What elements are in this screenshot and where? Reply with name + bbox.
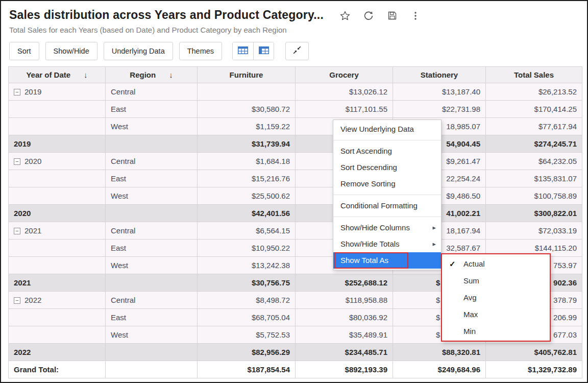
sort-arrow-icon[interactable]: ↓ (169, 70, 173, 79)
cell-stationery[interactable]: $22,731.98 (393, 101, 486, 118)
column-header-stationery[interactable]: Stationery (393, 67, 486, 83)
cell-total-sales[interactable]: $26,213.52 (486, 83, 582, 101)
submenu-item-min[interactable]: Min (442, 323, 550, 340)
menu-item-remove-sorting[interactable]: Remove Sorting (333, 176, 441, 192)
year-label: 2020 (14, 209, 31, 218)
cell-year (9, 240, 106, 257)
column-header-label: Grocery (329, 70, 359, 79)
table-row-subtotal: 2022$82,956.29$234,485.71$88,320.81$405,… (9, 344, 582, 361)
cell-furniture[interactable]: $68,705.04 (198, 309, 296, 326)
cell-total-sales[interactable]: $274,245.71 (486, 135, 582, 153)
report-window: Sales distribution across Years and Prod… (0, 0, 588, 383)
cell-furniture[interactable]: $6,564.15 (198, 222, 296, 240)
toolbar-button-sort[interactable]: Sort (9, 42, 39, 60)
cell-region: East (106, 170, 198, 187)
cell-grocery[interactable]: $892,193.39 (296, 361, 393, 378)
cell-total-sales[interactable]: $72,033.19 (486, 222, 582, 240)
column-header-region[interactable]: Region↓ (106, 67, 198, 83)
cell-year: 2021 (9, 274, 106, 292)
toolbar: SortShow/HideUnderlying DataThemes (1, 34, 587, 66)
cell-year (9, 118, 106, 135)
cell-grocery[interactable]: $117,101.55 (296, 101, 393, 118)
toolbar-button-show-hide[interactable]: Show/Hide (45, 42, 97, 60)
collapse-row-icon[interactable]: − (14, 297, 20, 304)
cell-furniture[interactable]: $13,242.38 (198, 257, 296, 274)
cell-furniture[interactable]: $25,500.62 (198, 187, 296, 205)
cell-furniture[interactable]: $42,401.56 (198, 205, 296, 222)
submenu-item-label: Min (463, 327, 476, 336)
toolbar-button-underlying-data[interactable]: Underlying Data (104, 42, 173, 60)
year-label: 2019 (24, 87, 41, 96)
cell-furniture[interactable]: $30,756.75 (198, 274, 296, 292)
cell-furniture[interactable] (198, 83, 296, 101)
cell-region (106, 135, 198, 153)
menu-item-conditional-formatting[interactable]: Conditional Formatting (333, 198, 441, 214)
cell-stationery[interactable]: $249,684.96 (393, 361, 486, 378)
table-row-data: −2019Central$13,026.12$13,187.40$26,213.… (9, 83, 582, 101)
grid-view-button[interactable] (233, 42, 253, 60)
table-row-data: −2020Central$1,684.18$9,261.47$64,232.05 (9, 153, 582, 170)
save-icon[interactable] (386, 10, 398, 22)
menu-item-show-hide-columns[interactable]: Show/Hide Columns▸ (333, 220, 441, 236)
column-header-furniture[interactable]: Furniture (198, 67, 296, 83)
cell-furniture[interactable]: $30,580.72 (198, 101, 296, 118)
year-label: 2022 (14, 348, 31, 356)
cell-total-sales[interactable]: $77,617.94 (486, 118, 582, 135)
menu-item-show-hide-totals[interactable]: Show/Hide Totals▸ (333, 236, 441, 252)
cell-furniture[interactable]: $187,854.54 (198, 361, 296, 378)
cell-furniture[interactable]: $1,159.22 (198, 118, 296, 135)
toolbar-button-themes[interactable]: Themes (179, 42, 222, 60)
show-total-as-submenu: ✓ActualSumAvgMaxMin (441, 253, 551, 342)
cell-grocery[interactable]: $35,489.91 (296, 326, 393, 344)
cell-grocery[interactable]: $13,026.12 (296, 83, 393, 101)
cell-region (106, 361, 198, 378)
pivot-view-button[interactable] (253, 42, 274, 60)
cell-total-sales[interactable]: $170,414.25 (486, 101, 582, 118)
collapse-row-icon[interactable]: − (14, 228, 20, 234)
submenu-item-sum[interactable]: Sum (442, 272, 550, 289)
year-label: 2019 (14, 139, 31, 148)
cell-furniture[interactable]: $15,216.76 (198, 170, 296, 187)
cell-grocery[interactable]: $252,688.12 (296, 274, 393, 292)
cell-total-sales[interactable]: $100,758.89 (486, 187, 582, 205)
cell-grocery[interactable]: $80,036.92 (296, 309, 393, 326)
submenu-item-actual[interactable]: ✓Actual (442, 255, 550, 272)
collapse-row-icon[interactable]: − (14, 158, 20, 165)
cell-furniture[interactable]: $1,684.18 (198, 153, 296, 170)
column-header-total-sales[interactable]: Total Sales (486, 67, 582, 83)
submenu-item-avg[interactable]: Avg (442, 289, 550, 306)
cell-furniture[interactable]: $5,752.53 (198, 326, 296, 344)
cell-total-sales[interactable]: $1,329,732.89 (486, 361, 582, 378)
cell-stationery[interactable]: $13,187.40 (393, 83, 486, 101)
collapse-row-icon[interactable]: − (14, 89, 20, 95)
column-header-grocery[interactable]: Grocery (296, 67, 393, 83)
column-header-year-of-date[interactable]: Year of Date↓ (9, 67, 106, 83)
cell-total-sales[interactable]: $135,831.07 (486, 170, 582, 187)
menu-item-label: Remove Sorting (340, 179, 396, 188)
cell-furniture[interactable]: $10,950.22 (198, 240, 296, 257)
sort-arrow-icon[interactable]: ↓ (84, 70, 88, 79)
cell-region: Central (106, 153, 198, 170)
menu-separator (333, 195, 441, 195)
submenu-item-max[interactable]: Max (442, 306, 550, 323)
star-icon[interactable] (339, 10, 351, 22)
cell-grocery[interactable]: $234,485.71 (296, 344, 393, 361)
menu-item-sort-ascending[interactable]: Sort Ascending (333, 143, 441, 159)
cell-total-sales[interactable]: $405,762.81 (486, 344, 582, 361)
cell-furniture[interactable]: $8,498.72 (198, 292, 296, 309)
cell-region (106, 274, 198, 292)
menu-item-sort-descending[interactable]: Sort Descending (333, 159, 441, 176)
cell-total-sales[interactable]: $64,232.05 (486, 153, 582, 170)
cell-stationery[interactable]: $88,320.81 (393, 344, 486, 361)
cell-furniture[interactable]: $31,739.94 (198, 135, 296, 153)
menu-item-view-underlying-data[interactable]: View Underlying Data (333, 121, 441, 137)
cell-furniture[interactable]: $82,956.29 (198, 344, 296, 361)
cell-grocery[interactable]: $118,958.88 (296, 292, 393, 309)
collapse-columns-button[interactable] (285, 42, 309, 60)
table-row-grand: Grand Total:$187,854.54$892,193.39$249,6… (9, 361, 582, 378)
refresh-icon[interactable] (362, 10, 375, 22)
cell-total-sales[interactable]: $300,822.01 (486, 205, 582, 222)
more-options-icon[interactable] (409, 10, 422, 22)
menu-item-label: View Underlying Data (340, 125, 414, 133)
menu-item-show-total-as[interactable]: Show Total As (333, 252, 441, 269)
